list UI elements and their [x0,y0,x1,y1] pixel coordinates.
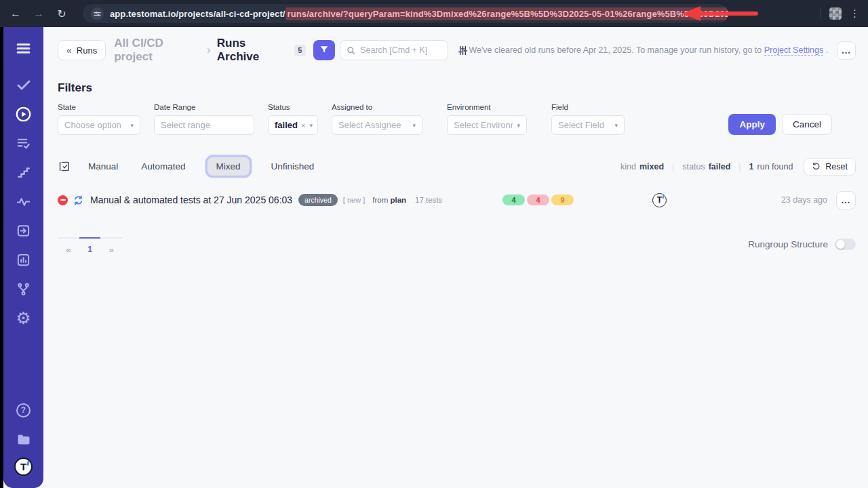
testomat-logo[interactable]: T [14,458,33,476]
browser-profile-avatar[interactable] [829,7,842,20]
sidebar-item-settings[interactable]: ⚙ [14,309,34,327]
tab-automated[interactable]: Automated [140,157,186,176]
summary-divider: | [738,162,741,171]
gear-icon: ⚙ [16,310,31,327]
search-box[interactable] [340,40,448,60]
browser-reload-icon[interactable]: ↻ [53,5,71,22]
remove-status-icon[interactable]: × [301,121,305,129]
page-header: « Runs All CI/CD project › Runs Archive … [58,39,856,62]
checklist-icon[interactable] [58,160,71,173]
sidebar-item-milestones[interactable] [14,163,34,181]
double-chevron-left-icon: « [66,45,72,56]
environment-placeholder: Select Environment [454,120,513,130]
rungroup-structure: Rungroup Structure [748,239,856,250]
notice-message: We've cleared old runs before Apr 21, 20… [469,45,762,55]
browser-forward-icon[interactable]: → [30,5,47,22]
rungroup-structure-toggle[interactable] [835,239,856,250]
browser-toolbar-right: ⋮ [812,7,860,20]
run-title[interactable]: Manual & automated tests at 27 Jun 2025 … [90,195,292,205]
status-summary-value: failed [709,162,731,171]
field-label: Field [551,103,625,111]
menu-icon[interactable] [14,39,34,57]
sidebar-item-reports[interactable] [14,251,34,268]
search-input[interactable] [360,45,441,55]
status-value: failed [275,120,298,130]
filter-field-state: State Choose option ▾ [58,103,140,135]
date-range-input-wrap[interactable] [154,115,254,135]
sidebar-item-help[interactable]: ? [14,401,34,419]
main-content: « Runs All CI/CD project › Runs Archive … [43,27,868,488]
filter-field-assigned-to: Assigned to Select Assignee ▾ [332,103,422,135]
sidebar-item-runs[interactable] [14,105,34,123]
state-label: State [58,103,140,111]
state-placeholder: Choose option [64,120,121,130]
new-tag: [ new ] [343,196,365,204]
run-more-button[interactable]: … [836,191,856,209]
caret-down-icon: ▾ [309,122,313,129]
pagination-page-1[interactable]: 1 [79,237,101,255]
filter-field-environment: Environment Select Environment ▾ [447,103,527,135]
sidebar-item-tests[interactable] [14,76,34,94]
browser-back-icon[interactable]: ← [7,5,24,22]
rungroup-structure-label: Rungroup Structure [748,239,828,249]
browser-menu-icon[interactable]: ⋮ [850,7,860,20]
filter-field-date-range: Date Range [154,103,254,135]
found-count: 1 [749,162,754,171]
sidebar-item-import[interactable] [14,222,34,239]
applied-filters-summary: kind mixed | status failed | 1 run found [620,162,793,171]
apply-button[interactable]: Apply [728,114,776,135]
url-prefix: app.testomat.io/projects/all-ci-cd-proje… [110,9,285,19]
failed-count-pill: 4 [527,195,549,205]
tab-mixed[interactable]: Mixed [208,157,250,176]
assignee-select[interactable]: Select Assignee ▾ [332,115,422,135]
url-highlighted-query: runs/archive/?queryParam=kind%3Dmixed%26… [285,7,728,20]
pagination-next[interactable]: » [100,239,122,255]
project-settings-link[interactable]: Project Settings [764,45,824,56]
passed-count-pill: 4 [502,195,525,205]
mixed-run-sync-icon [73,195,84,206]
site-settings-icon[interactable] [91,7,104,20]
run-row-right: 23 days ago … [781,191,856,209]
status-summary-label: status [682,162,705,171]
reset-button[interactable]: Reset [804,158,856,176]
pagination-prev[interactable]: « [58,239,79,255]
archived-badge: archived [298,194,338,206]
cancel-button[interactable]: Cancel [782,114,832,135]
sliders-icon[interactable] [457,45,469,56]
breadcrumb-project[interactable]: All CI/CD project [114,37,201,64]
filter-field-status: Status failed × ▾ [268,103,318,135]
field-select[interactable]: Select Field ▾ [551,115,625,135]
url-text: app.testomat.io/projects/all-ci-cd-proje… [110,9,728,19]
filter-actions: Apply Cancel [728,114,832,135]
filter-button[interactable] [313,40,335,60]
found-count-text: run found [757,162,793,171]
pagination: « 1 » [58,237,122,255]
failed-status-icon [58,195,68,205]
environment-select[interactable]: Select Environment ▾ [447,115,527,135]
back-to-runs-label: Runs [77,45,97,56]
assignee-placeholder: Select Assignee [338,120,401,130]
header-more-button[interactable]: … [837,41,856,60]
sidebar-item-branches[interactable] [14,280,34,298]
sidebar-item-projects[interactable] [14,430,34,448]
environment-label: Environment [447,103,527,111]
avatar-letter: T [657,195,662,205]
state-select[interactable]: Choose option ▾ [58,115,140,135]
address-bar[interactable]: app.testomat.io/projects/all-ci-cd-proje… [83,4,728,23]
tab-unfinished[interactable]: Unfinished [270,157,316,176]
run-time-ago: 23 days ago [781,195,827,205]
tests-count: 17 tests [415,196,442,204]
filters-fields: State Choose option ▾ Date Range Status [58,103,856,135]
run-kind-tabs: Manual Automated Mixed Unfinished kind m… [58,157,856,176]
run-row[interactable]: Manual & automated tests at 27 Jun 2025 … [58,190,856,210]
back-to-runs-button[interactable]: « Runs [58,40,106,60]
caret-down-icon: ▾ [412,122,416,129]
sidebar-item-test-plans[interactable] [14,134,34,152]
result-pills: 4 4 9 [502,195,574,205]
sidebar-item-analytics[interactable] [14,192,34,210]
date-range-input[interactable] [161,120,248,130]
filters-title: Filters [58,81,856,95]
tab-manual[interactable]: Manual [87,157,119,176]
status-select[interactable]: failed × ▾ [268,115,318,135]
run-author-avatar[interactable]: T [652,193,667,207]
